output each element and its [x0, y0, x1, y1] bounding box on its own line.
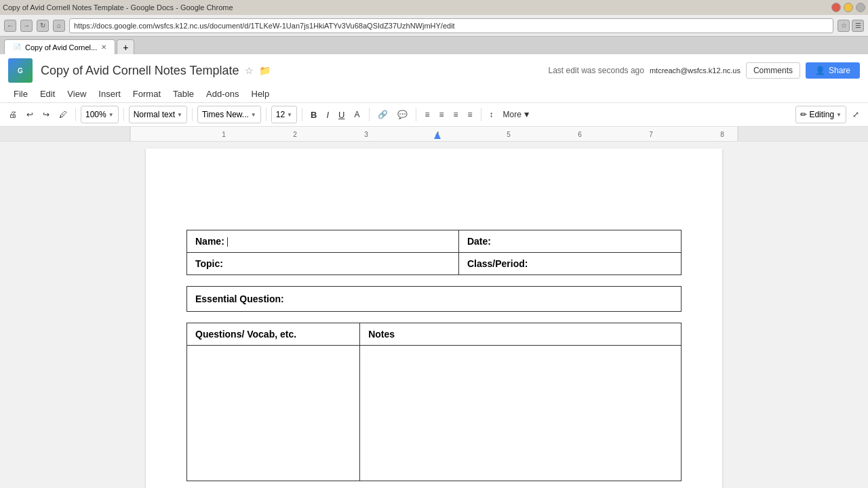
questions-cell[interactable]	[187, 346, 360, 481]
toolbar: 🖨 ↩ ↪ 🖊 100% ▼ Normal text ▼ Times New..…	[0, 103, 868, 127]
minimize-btn[interactable]	[844, 3, 853, 12]
align-left-button[interactable]: ≡	[421, 108, 433, 121]
svg-text:2: 2	[293, 131, 297, 138]
style-dropdown-arrow: ▼	[177, 112, 182, 118]
class-label: Class/Period:	[467, 258, 528, 269]
date-label: Date:	[467, 236, 491, 247]
svg-text:8: 8	[720, 131, 724, 138]
refresh-button[interactable]: ↻	[37, 20, 49, 32]
align-right-button[interactable]: ≡	[450, 108, 461, 121]
justify-button[interactable]: ≡	[464, 108, 475, 121]
text-color-button[interactable]: A	[351, 108, 364, 121]
close-btn[interactable]	[831, 3, 841, 12]
tab-close-icon[interactable]: ✕	[101, 43, 106, 51]
menu-file[interactable]: File	[8, 87, 33, 101]
align-center-button[interactable]: ≡	[435, 108, 447, 121]
document-area: Name: Date: Topic: Class/Period: Essenti…	[0, 142, 868, 488]
browser-titlebar: Copy of Avid Cornell Notes Template - Go…	[0, 0, 868, 15]
share-button[interactable]: 👤 Share	[806, 62, 860, 79]
editing-dropdown[interactable]: ✏ Editing ▼	[795, 106, 846, 123]
svg-text:5: 5	[507, 131, 511, 138]
name-cell[interactable]: Name:	[187, 230, 459, 253]
menu-insert[interactable]: Insert	[93, 87, 126, 101]
svg-text:1: 1	[222, 131, 226, 138]
font-dropdown-arrow: ▼	[251, 112, 256, 118]
address-bar[interactable]: https://docs.google.com/wsfcs.k12.nc.us/…	[69, 18, 833, 33]
essential-question-box[interactable]: Essential Question:	[186, 286, 682, 312]
date-cell[interactable]: Date:	[458, 230, 681, 253]
document-title[interactable]: Copy of Avid Cornell Notes Template	[41, 64, 239, 78]
menu-table[interactable]: Table	[167, 87, 199, 101]
name-date-row: Name: Date:	[187, 230, 682, 253]
underline-button[interactable]: U	[335, 108, 348, 122]
comments-button[interactable]: Comments	[746, 62, 800, 79]
line-spacing-button[interactable]: ↕	[486, 108, 497, 121]
editing-area: ✏ Editing ▼	[795, 106, 846, 123]
home-button[interactable]: ⌂	[53, 20, 65, 32]
expand-button[interactable]: ⤢	[849, 108, 863, 121]
svg-text:3: 3	[364, 131, 368, 138]
menu-addons[interactable]: Add-ons	[201, 87, 244, 101]
size-dropdown-arrow: ▼	[287, 112, 292, 118]
tab-bar: 📄 Copy of Avid Cornel... ✕ +	[0, 37, 868, 54]
class-cell[interactable]: Class/Period:	[458, 253, 681, 275]
more-button[interactable]: More ▼	[500, 108, 534, 121]
bold-button[interactable]: B	[307, 108, 320, 122]
notes-table: Questions/ Vocab, etc. Notes	[186, 323, 682, 481]
redo-button[interactable]: ↪	[39, 108, 53, 121]
maximize-btn[interactable]	[856, 3, 865, 12]
settings-icon[interactable]: ☰	[852, 20, 864, 32]
folder-icon[interactable]: 📁	[259, 65, 271, 76]
zoom-dropdown-arrow: ▼	[108, 112, 114, 118]
notes-row	[187, 346, 682, 481]
menu-view[interactable]: View	[62, 87, 92, 101]
zoom-dropdown[interactable]: 100% ▼	[81, 106, 119, 123]
topic-cell[interactable]: Topic:	[187, 253, 459, 275]
forward-button[interactable]: →	[20, 20, 33, 32]
separator-8	[481, 108, 481, 121]
link-button[interactable]: 🔗	[374, 108, 391, 121]
notes-header: Notes	[360, 323, 682, 346]
menu-edit[interactable]: Edit	[35, 87, 60, 101]
tab-favicon: 📄	[13, 43, 21, 51]
style-dropdown[interactable]: Normal text ▼	[129, 106, 187, 123]
notes-header-row: Questions/ Vocab, etc. Notes	[187, 323, 682, 346]
active-tab[interactable]: 📄 Copy of Avid Cornel... ✕	[4, 39, 115, 54]
user-info: mtcreach@wsfcs.k12.nc.us	[650, 66, 741, 75]
new-tab[interactable]: +	[117, 39, 134, 54]
header-info-table: Name: Date: Topic: Class/Period:	[186, 230, 682, 275]
svg-text:6: 6	[578, 131, 582, 138]
save-status: Last edit was seconds ago	[548, 66, 644, 75]
undo-button[interactable]: ↩	[23, 108, 37, 121]
separator-1	[75, 108, 76, 121]
comment-button[interactable]: 💬	[394, 108, 411, 121]
print-button[interactable]: 🖨	[5, 108, 20, 121]
menu-format[interactable]: Format	[127, 87, 166, 101]
svg-text:7: 7	[649, 131, 653, 138]
separator-3	[192, 108, 193, 121]
back-button[interactable]: ←	[4, 20, 16, 32]
editing-dropdown-arrow: ▼	[836, 112, 842, 118]
menu-bar: File Edit View Insert Format Table Add-o…	[8, 85, 860, 102]
paint-format-button[interactable]: 🖊	[56, 108, 71, 121]
star-icon[interactable]: ☆	[245, 65, 254, 76]
italic-button[interactable]: I	[323, 108, 332, 122]
document-page: Name: Date: Topic: Class/Period: Essenti…	[146, 148, 722, 488]
ruler: 1 2 3 4 5 6 7 8	[0, 127, 868, 142]
edit-pencil-icon: ✏	[800, 110, 807, 119]
separator-4	[266, 108, 267, 121]
questions-header: Questions/ Vocab, etc.	[187, 323, 360, 346]
font-dropdown[interactable]: Times New... ▼	[197, 106, 261, 123]
bookmark-icon[interactable]: ☆	[837, 20, 850, 32]
svg-rect-2	[738, 127, 868, 142]
separator-2	[123, 108, 124, 121]
notes-cell[interactable]	[360, 346, 682, 481]
menu-help[interactable]: Help	[246, 87, 275, 101]
share-icon: 👤	[815, 66, 825, 75]
separator-5	[302, 108, 302, 121]
size-dropdown[interactable]: 12 ▼	[271, 106, 297, 123]
browser-navbar: ← → ↻ ⌂ https://docs.google.com/wsfcs.k1…	[0, 15, 868, 37]
gdocs-header: G Copy of Avid Cornell Notes Template ☆ …	[0, 54, 868, 103]
topic-class-row: Topic: Class/Period:	[187, 253, 682, 275]
tab-title: Copy of Avid Cornel...	[25, 43, 97, 52]
